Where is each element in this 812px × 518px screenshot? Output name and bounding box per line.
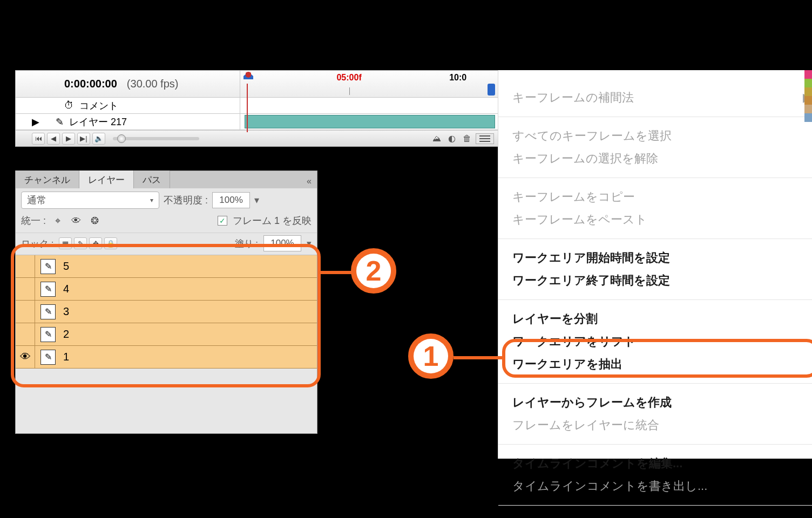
annotation-connector-1 — [454, 356, 503, 359]
annotation-badge-2: 2 — [351, 248, 396, 294]
menu-keyframe-interpolation[interactable]: キーフレームの補間法 ▶ — [498, 86, 812, 109]
mountain-icon[interactable]: ⛰ — [430, 133, 443, 145]
menu-edit-timeline-comment[interactable]: タイムラインコメントを編集... — [498, 452, 812, 475]
unify-visibility-icon[interactable]: 👁 — [70, 215, 83, 227]
annotation-badge-1: 1 — [408, 333, 454, 379]
timeline-row-layer[interactable]: ▶ ✎ レイヤー 217 — [16, 114, 499, 130]
annotation-connector-2 — [321, 271, 352, 274]
timeline-ruler[interactable]: 05:00f 10:0 — [240, 71, 499, 97]
menu-separator — [498, 383, 812, 384]
propagate-frame1-label: フレーム 1 を反映 — [233, 214, 312, 227]
panel-collapse-icon[interactable]: « — [301, 174, 317, 188]
ruler-mark-0500f: 05:00f — [336, 73, 361, 83]
swatch[interactable] — [804, 113, 812, 122]
panel-menu-button[interactable] — [476, 133, 494, 144]
menu-separator — [498, 444, 812, 445]
tab-paths[interactable]: パス — [134, 171, 170, 188]
timeline-controls: ⏮ ◀︎ ▶ ▶| 🔈 ⛰ ◐ 🗑 — [16, 130, 499, 146]
menu-export-timeline-comment[interactable]: タイムラインコメントを書き出し... — [498, 475, 812, 497]
comment-track[interactable] — [240, 98, 499, 113]
menu-make-frames-from-layers[interactable]: レイヤーからフレームを作成 — [498, 391, 812, 414]
comment-row-label: コメント — [79, 99, 118, 112]
layer-track[interactable] — [240, 114, 499, 130]
timeline-time-area[interactable]: 0:00:00:00 (30.00 fps) — [16, 71, 240, 97]
panel-tabs: チャンネル レイヤー パス « — [16, 171, 317, 188]
timeline-row-comment[interactable]: ⏱ コメント — [16, 98, 499, 114]
color-strip — [804, 70, 812, 122]
menu-paste-keyframes[interactable]: キーフレームをペースト — [498, 208, 812, 231]
menu-set-workarea-end[interactable]: ワークエリア終了時間を設定 — [498, 269, 812, 292]
menu-set-workarea-start[interactable]: ワークエリア開始時間を設定 — [498, 247, 812, 269]
audio-toggle-button[interactable]: 🔈 — [92, 133, 105, 145]
swatch[interactable] — [804, 70, 812, 79]
stopwatch-icon: ⏱ — [64, 100, 74, 111]
trash-icon[interactable]: 🗑 — [461, 133, 473, 145]
menu-deselect-keyframes[interactable]: キーフレームの選択を解除 — [498, 147, 812, 170]
play-button[interactable]: ▶ — [62, 133, 75, 145]
unify-style-icon[interactable]: ❂ — [88, 215, 101, 227]
chevron-down-icon[interactable]: ▾ — [254, 194, 259, 206]
onion-skin-icon[interactable]: ◐ — [445, 133, 458, 145]
goto-first-button[interactable]: ⏮ — [32, 133, 45, 145]
current-time[interactable]: 0:00:00:00 — [64, 78, 117, 90]
menu-document-settings[interactable]: ドキュメント設定... — [498, 513, 812, 518]
timeline-panel: 0:00:00:00 (30.00 fps) 05:00f 10:0 ⏱ コメン… — [15, 70, 500, 147]
work-area-end-handle[interactable] — [488, 84, 495, 96]
blend-mode-select[interactable]: 通常 ▾ — [21, 192, 159, 209]
layer-row-label: レイヤー 217 — [69, 115, 127, 128]
next-frame-button[interactable]: ▶| — [77, 133, 90, 145]
unify-position-icon[interactable]: ⌖ — [51, 215, 64, 227]
menu-copy-keyframes[interactable]: キーフレームをコピー — [498, 186, 812, 208]
annotation-highlight-menu-item — [502, 339, 812, 378]
zoom-slider[interactable] — [113, 137, 199, 140]
prev-frame-button[interactable]: ◀︎ — [47, 133, 60, 145]
swatch[interactable] — [804, 87, 812, 96]
ruler-tick-line — [349, 87, 350, 95]
tab-channels[interactable]: チャンネル — [16, 171, 79, 188]
unify-row: 統一 : ⌖ 👁 ❂ ✓ フレーム 1 を反映 — [16, 212, 317, 233]
menu-separator — [498, 238, 812, 239]
timeline-header: 0:00:00:00 (30.00 fps) 05:00f 10:0 — [16, 71, 499, 98]
swatch[interactable] — [804, 96, 812, 105]
blend-mode-value: 通常 — [27, 194, 46, 207]
menu-select-all-keyframes[interactable]: すべてのキーフレームを選択 — [498, 125, 812, 147]
playhead-icon[interactable] — [243, 72, 253, 84]
blend-opacity-row: 通常 ▾ 不透明度 : 100% ▾ — [16, 188, 317, 212]
brush-icon: ✎ — [56, 116, 64, 128]
opacity-field[interactable]: 100% — [212, 192, 250, 208]
menu-separator — [498, 299, 812, 300]
swatch[interactable] — [804, 105, 812, 113]
timeline-context-menu: キーフレームの補間法 ▶ すべてのキーフレームを選択 キーフレームの選択を解除 … — [498, 70, 812, 459]
menu-separator — [498, 505, 812, 506]
swatch[interactable] — [804, 79, 812, 87]
opacity-label: 不透明度 : — [164, 194, 208, 207]
annotation-highlight-layers — [11, 244, 321, 387]
propagate-frame1-checkbox[interactable]: ✓ — [218, 216, 227, 226]
menu-flatten-frames-into-layers[interactable]: フレームをレイヤーに統合 — [498, 414, 812, 437]
chevron-down-icon: ▾ — [150, 196, 153, 204]
expand-arrow-icon[interactable]: ▶ — [32, 116, 39, 128]
fps-label: (30.00 fps) — [127, 78, 179, 90]
layer-clip[interactable] — [245, 115, 495, 128]
ruler-mark-1000: 10:0 — [449, 73, 466, 83]
menu-split-layer[interactable]: レイヤーを分割 — [498, 308, 812, 330]
unify-label: 統一 : — [21, 214, 46, 227]
tab-layers[interactable]: レイヤー — [79, 171, 134, 188]
menu-separator — [498, 117, 812, 117]
menu-separator — [498, 178, 812, 178]
playhead-line[interactable] — [247, 84, 248, 132]
